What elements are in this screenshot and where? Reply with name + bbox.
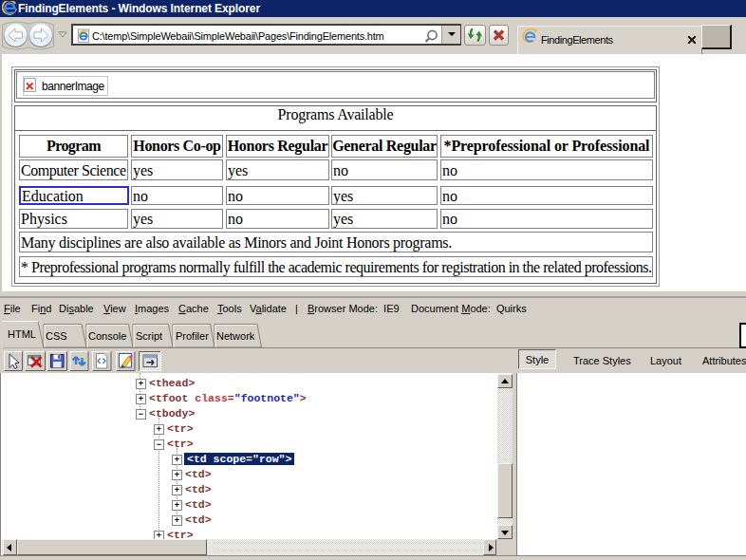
svg-text:CSS: CSS <box>46 330 67 342</box>
svg-text:Script: Script <box>136 330 162 342</box>
svg-text:Console: Console <box>88 330 126 342</box>
svg-text:HTML: HTML <box>8 328 36 340</box>
svg-text:Network: Network <box>216 330 255 342</box>
svg-text:Profiler: Profiler <box>176 330 209 342</box>
